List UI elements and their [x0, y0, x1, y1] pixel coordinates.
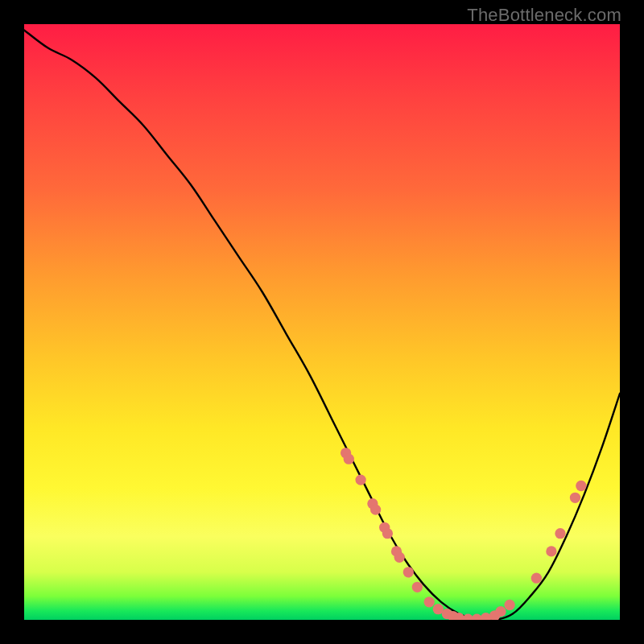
- highlight-point: [570, 493, 580, 503]
- highlight-points: [341, 448, 587, 620]
- highlight-point: [382, 528, 393, 539]
- highlight-point: [355, 474, 365, 485]
- highlight-point: [370, 504, 381, 514]
- highlight-point: [546, 546, 556, 556]
- highlight-point: [504, 600, 514, 610]
- highlight-point: [424, 597, 435, 607]
- chart-svg: [24, 24, 620, 620]
- highlight-point: [495, 606, 506, 617]
- highlight-point: [531, 573, 542, 584]
- highlight-point: [394, 552, 405, 563]
- highlight-point: [576, 481, 586, 491]
- chart-frame: TheBottleneck.com: [0, 0, 644, 644]
- highlight-point: [344, 454, 354, 464]
- highlight-point: [555, 528, 565, 539]
- attribution-label: TheBottleneck.com: [467, 5, 621, 26]
- highlight-point: [403, 567, 414, 577]
- highlight-point: [412, 582, 423, 592]
- chart-plot-area: [24, 24, 620, 620]
- bottleneck-curve: [24, 30, 620, 620]
